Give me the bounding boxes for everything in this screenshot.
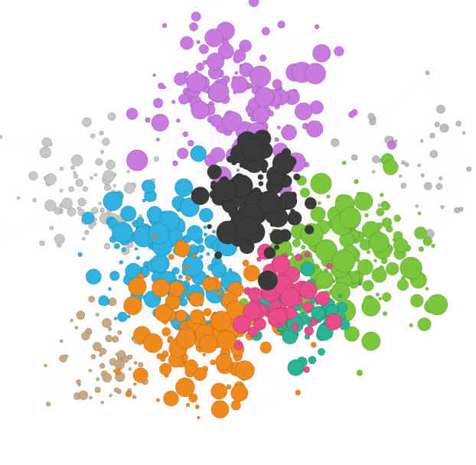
graph-node	[277, 126, 280, 129]
graph-node	[295, 390, 301, 395]
graph-node	[100, 150, 104, 154]
graph-node	[40, 147, 51, 158]
graph-node	[243, 265, 259, 281]
graph-node	[272, 80, 282, 89]
graph-node	[113, 184, 116, 187]
graph-node	[439, 177, 442, 180]
graph-node	[222, 112, 242, 132]
graph-node	[177, 148, 188, 159]
graph-node	[234, 341, 243, 350]
graph-node	[90, 134, 95, 138]
graph-node	[214, 179, 236, 202]
graph-node	[270, 229, 285, 245]
graph-node	[204, 226, 207, 229]
graph-node	[383, 311, 386, 315]
graph-node	[120, 206, 136, 222]
graph-node	[202, 277, 217, 291]
graph-node	[306, 121, 323, 138]
graph-edge	[396, 141, 434, 156]
graph-node	[394, 215, 401, 222]
graph-node	[316, 291, 331, 306]
graph-node	[278, 21, 285, 28]
graph-node	[249, 0, 259, 7]
graph-node	[189, 291, 204, 307]
graph-node	[191, 11, 201, 21]
graph-node	[311, 318, 318, 326]
graph-node	[236, 217, 259, 241]
graph-node	[305, 225, 314, 234]
graph-node	[77, 379, 81, 384]
graph-edge	[67, 356, 90, 371]
graph-node	[293, 174, 300, 180]
graph-edge	[46, 327, 76, 404]
graph-edge	[51, 118, 86, 145]
graph-node	[187, 140, 194, 146]
graph-node	[369, 232, 389, 252]
graph-node	[196, 63, 204, 71]
graph-node	[264, 247, 275, 259]
graph-node	[292, 323, 299, 330]
graph-node	[46, 402, 51, 406]
graph-node	[357, 259, 373, 275]
graph-node	[176, 330, 196, 350]
graph-node	[174, 179, 193, 197]
graph-edge	[196, 0, 254, 17]
graph-node	[400, 257, 422, 279]
graph-node	[89, 224, 93, 229]
graph-node	[327, 194, 331, 198]
graph-node	[99, 131, 104, 135]
graph-node	[300, 188, 310, 198]
graph-node	[349, 112, 355, 118]
graph-node	[260, 342, 272, 353]
graph-node	[308, 356, 316, 364]
graph-node	[295, 254, 302, 261]
graph-node	[94, 173, 97, 176]
graph-node	[79, 391, 88, 400]
graph-node	[76, 179, 83, 187]
graph-node	[99, 363, 105, 369]
graph-node	[268, 308, 287, 327]
graph-node	[210, 359, 216, 365]
graph-node	[378, 203, 381, 206]
graph-node	[181, 37, 194, 50]
graph-node	[172, 100, 176, 104]
graph-node	[114, 317, 117, 320]
graph-node	[436, 105, 445, 113]
graph-node	[436, 184, 442, 190]
graph-node	[207, 224, 212, 229]
graph-node	[372, 171, 375, 174]
graph-node	[154, 157, 158, 161]
graph-node	[135, 247, 138, 250]
graph-node	[199, 44, 209, 54]
graph-node	[204, 308, 212, 317]
graph-node	[357, 370, 363, 376]
graph-node	[71, 166, 75, 170]
graph-node	[156, 398, 159, 402]
graph-node	[363, 280, 374, 291]
graph-node	[340, 207, 361, 229]
graph-node	[212, 230, 215, 233]
graph-node	[302, 246, 305, 249]
graph-node	[338, 294, 342, 298]
graph-node	[89, 296, 95, 302]
graph-node	[416, 204, 419, 207]
graph-node	[387, 141, 396, 150]
graph-node	[305, 63, 326, 84]
graph-edge	[0, 152, 45, 249]
graph-node	[112, 336, 119, 343]
graph-node	[162, 23, 167, 28]
graph-node	[114, 243, 120, 249]
graph-edge	[428, 73, 442, 178]
graph-node	[0, 135, 2, 138]
graph-node	[84, 230, 89, 235]
graph-node	[414, 226, 426, 239]
graph-edge	[82, 356, 93, 395]
graph-node	[78, 252, 83, 257]
graph-node	[327, 263, 333, 269]
graph-node	[217, 291, 221, 295]
graph-node	[129, 368, 132, 371]
graph-node	[175, 326, 178, 329]
graph-node	[50, 226, 54, 230]
graph-node	[311, 306, 325, 320]
graph-node	[210, 147, 226, 162]
